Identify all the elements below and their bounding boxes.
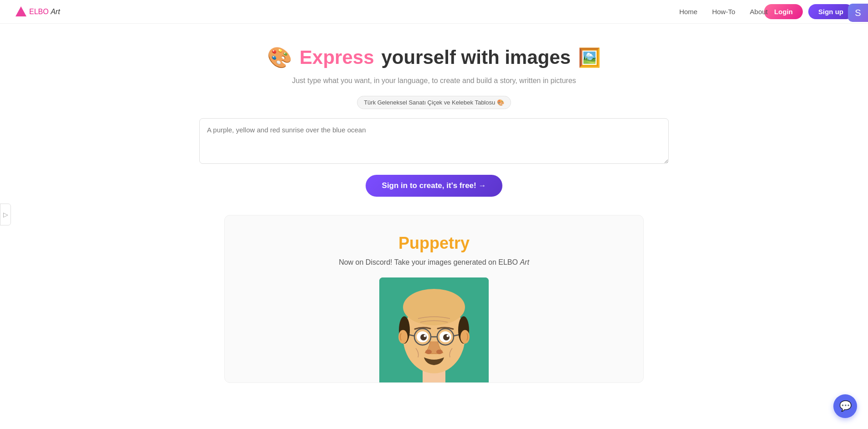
signup-button[interactable]: Sign up bbox=[808, 4, 853, 19]
example-tag-text: Türk Geleneksel Sanatı Çiçek ve Kelebek … bbox=[364, 99, 504, 106]
svg-point-21 bbox=[460, 330, 470, 344]
caricature-svg bbox=[379, 277, 489, 382]
example-tag[interactable]: Türk Geleneksel Sanatı Çiçek ve Kelebek … bbox=[357, 96, 511, 109]
svg-point-16 bbox=[425, 350, 432, 354]
navbar: ELBO Art Home How-To About Login Sign up… bbox=[0, 0, 868, 24]
discord-letter: S bbox=[855, 8, 861, 18]
svg-point-20 bbox=[398, 330, 408, 344]
sidebar-toggle[interactable]: ▷ bbox=[0, 204, 11, 225]
puppetry-title: Puppetry bbox=[398, 234, 470, 253]
picture-frame-icon: 🖼️ bbox=[578, 47, 601, 68]
hero-express: Express bbox=[300, 47, 374, 68]
prompt-textarea[interactable] bbox=[199, 118, 669, 164]
logo-elbo: ELBO bbox=[29, 8, 49, 16]
logo-link[interactable]: ELBO Art bbox=[15, 5, 60, 18]
navbar-actions: Login Sign up bbox=[764, 4, 853, 19]
hero-subtitle: Just type what you want, in your languag… bbox=[292, 77, 576, 85]
nav-howto[interactable]: How-To bbox=[712, 8, 735, 16]
create-button[interactable]: Sign in to create, it's free! → bbox=[366, 175, 503, 197]
hero-title-rest: yourself with images bbox=[382, 47, 571, 68]
logo-triangle-icon bbox=[15, 5, 27, 18]
svg-point-17 bbox=[436, 350, 443, 354]
sidebar-toggle-icon: ▷ bbox=[3, 211, 8, 218]
puppetry-image bbox=[379, 277, 489, 382]
main-content: 🎨 Express yourself with images 🖼️ Just t… bbox=[0, 24, 868, 401]
puppetry-section: Puppetry Now on Discord! Take your image… bbox=[224, 215, 644, 383]
palette-icon: 🎨 bbox=[267, 46, 292, 69]
nav-home[interactable]: Home bbox=[679, 8, 698, 16]
logo-text: ELBO Art bbox=[29, 8, 60, 16]
hero-title: 🎨 Express yourself with images 🖼️ bbox=[267, 46, 601, 69]
discord-corner-badge[interactable]: S bbox=[848, 4, 868, 22]
chat-bubble[interactable]: 💬 bbox=[833, 394, 857, 418]
svg-point-12 bbox=[420, 334, 427, 340]
svg-point-13 bbox=[443, 334, 450, 340]
svg-point-14 bbox=[424, 335, 426, 337]
login-button[interactable]: Login bbox=[764, 4, 803, 19]
svg-marker-0 bbox=[16, 6, 26, 16]
nav-links: Home How-To About bbox=[679, 8, 768, 16]
svg-point-4 bbox=[403, 289, 465, 325]
svg-point-15 bbox=[447, 335, 449, 337]
logo-art: Art bbox=[51, 8, 60, 16]
chat-icon: 💬 bbox=[839, 400, 852, 412]
nav-about[interactable]: About bbox=[750, 8, 768, 16]
puppetry-subtitle: Now on Discord! Take your images generat… bbox=[339, 258, 529, 267]
